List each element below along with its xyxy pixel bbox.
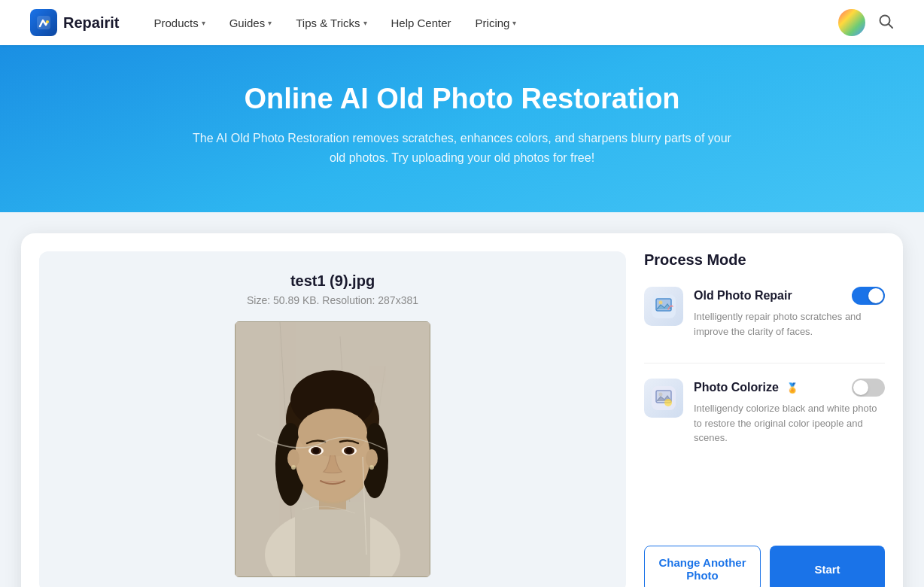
nav-guides-label: Guides [229, 17, 266, 29]
toggle-knob-repair [868, 288, 883, 303]
nav-guides-chevron: ▾ [268, 19, 272, 27]
svg-line-3 [889, 24, 892, 28]
photo-preview [235, 321, 430, 577]
svg-point-27 [369, 465, 374, 470]
toggle-repair[interactable] [852, 287, 885, 305]
mode-icon-colorize [644, 379, 683, 418]
svg-point-23 [346, 448, 352, 454]
nav-help-label: Help Center [391, 17, 451, 29]
nav-products-chevron: ▾ [202, 19, 205, 27]
search-icon[interactable] [877, 13, 894, 33]
nav-guides[interactable]: Guides ▾ [219, 11, 283, 35]
nav-pricing[interactable]: Pricing ▾ [465, 11, 527, 35]
svg-point-20 [313, 448, 319, 454]
avatar[interactable] [838, 9, 865, 36]
right-panel: Process Mode Old Photo Repair [644, 251, 885, 587]
svg-point-26 [291, 465, 296, 470]
mode-old-photo-repair: Old Photo Repair Intelligently repair ph… [644, 287, 885, 339]
logo-icon [30, 9, 57, 36]
toggle-colorize[interactable] [852, 379, 885, 397]
nav-pricing-label: Pricing [476, 17, 510, 29]
svg-point-1 [46, 20, 49, 23]
nav-help-center[interactable]: Help Center [381, 11, 462, 35]
svg-point-39 [664, 399, 672, 406]
brand-name: Repairit [63, 14, 119, 32]
svg-point-38 [659, 393, 663, 397]
process-mode-title: Process Mode [644, 251, 885, 269]
nav-products-label: Products [153, 17, 198, 29]
hero-title: Online AI Old Photo Restoration [30, 83, 894, 115]
hero-subtitle: The AI Old Photo Restoration removes scr… [191, 129, 733, 167]
mode-photo-colorize: Photo Colorize 🏅 Intelligendy colorize b… [644, 379, 885, 446]
mode-content-repair: Old Photo Repair Intelligently repair ph… [694, 287, 885, 339]
svg-point-24 [287, 449, 299, 467]
main-card: test1 (9).jpg Size: 50.89 KB. Resolution… [21, 233, 903, 587]
svg-point-34 [659, 301, 663, 305]
logo[interactable]: Repairit [30, 9, 119, 36]
mode-name-repair: Old Photo Repair [694, 289, 792, 303]
mode-header-repair: Old Photo Repair [694, 287, 885, 305]
left-panel: test1 (9).jpg Size: 50.89 KB. Resolution… [39, 251, 626, 587]
mode-content-colorize: Photo Colorize 🏅 Intelligendy colorize b… [694, 379, 885, 446]
change-photo-button[interactable]: Change Another Photo [644, 546, 761, 587]
nav-tips-chevron: ▾ [363, 19, 367, 27]
svg-point-17 [298, 409, 367, 457]
nav-tips-tricks-label: Tips & Tricks [296, 17, 360, 29]
hero-section: Online AI Old Photo Restoration The AI O… [0, 45, 924, 212]
mode-desc-repair: Intelligently repair photo scratches and… [694, 309, 885, 339]
navbar: Repairit Products ▾ Guides ▾ Tips & Tric… [0, 0, 924, 45]
file-meta: Size: 50.89 KB. Resolution: 287x381 [247, 294, 418, 306]
mode-header-colorize: Photo Colorize 🏅 [694, 379, 885, 397]
bottom-buttons: Change Another Photo Start [644, 531, 885, 587]
svg-point-25 [366, 449, 378, 467]
nav-tips-tricks[interactable]: Tips & Tricks ▾ [285, 11, 377, 35]
nav-pricing-chevron: ▾ [512, 19, 516, 27]
mode-icon-repair [644, 287, 683, 326]
premium-badge: 🏅 [786, 382, 798, 394]
file-name: test1 (9).jpg [290, 272, 375, 290]
nav-products[interactable]: Products ▾ [143, 11, 215, 35]
navbar-right [838, 9, 894, 36]
start-button[interactable]: Start [770, 546, 885, 587]
divider [644, 363, 885, 363]
toggle-knob-colorize [853, 380, 868, 395]
mode-name-colorize: Photo Colorize [694, 381, 779, 394]
nav-menu: Products ▾ Guides ▾ Tips & Tricks ▾ Help… [143, 11, 838, 35]
svg-rect-9 [295, 502, 370, 577]
mode-desc-colorize: Intelligendy colorize black and white ph… [694, 401, 885, 446]
